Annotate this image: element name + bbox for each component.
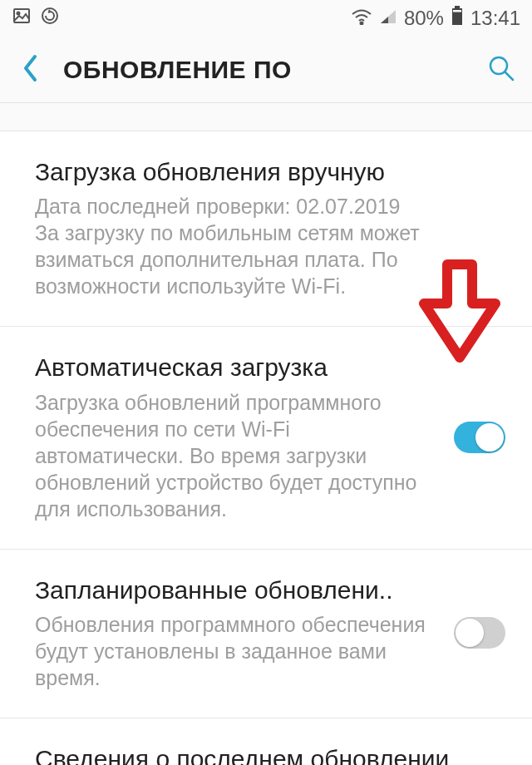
clock: 13:41 xyxy=(470,7,520,30)
toggle-knob xyxy=(475,423,504,452)
scheduled-updates-toggle[interactable] xyxy=(454,617,505,649)
manual-download-desc: Дата последней проверки: 02.07.2019 За з… xyxy=(35,193,505,299)
svg-point-1 xyxy=(17,12,20,15)
signal-icon xyxy=(379,7,397,30)
wifi-icon xyxy=(351,7,372,30)
settings-list: Загрузка обновления вручную Дата последн… xyxy=(0,131,532,765)
last-update-info-item[interactable]: Сведения о последнем обновлении Последне… xyxy=(0,718,532,765)
section-gap xyxy=(0,103,532,131)
manual-download-title: Загрузка обновления вручную xyxy=(35,156,505,188)
sync-icon xyxy=(40,6,60,31)
last-update-title: Сведения о последнем обновлении xyxy=(35,743,505,765)
app-bar: ОБНОВЛЕНИЕ ПО xyxy=(0,37,532,103)
toggle-knob xyxy=(456,619,484,647)
manual-download-item[interactable]: Загрузка обновления вручную Дата последн… xyxy=(0,131,532,327)
auto-download-item[interactable]: Автоматическая загрузка Загрузка обновле… xyxy=(0,327,532,549)
auto-download-toggle[interactable] xyxy=(454,422,505,453)
scheduled-updates-desc: Обновления программного обеспечения буду… xyxy=(35,611,437,691)
picture-icon xyxy=(12,6,32,31)
status-bar: 80% 13:41 xyxy=(0,0,532,37)
battery-pct: 80% xyxy=(404,7,444,30)
svg-rect-4 xyxy=(455,6,460,8)
scheduled-updates-item[interactable]: Запланированные обновлени.. Обновления п… xyxy=(0,550,532,718)
search-button[interactable] xyxy=(487,54,515,86)
page-title: ОБНОВЛЕНИЕ ПО xyxy=(63,56,292,84)
auto-download-desc: Загрузка обновлений программного обеспеч… xyxy=(35,389,437,522)
svg-point-7 xyxy=(490,57,507,74)
scheduled-updates-title: Запланированные обновлени.. xyxy=(35,575,437,606)
back-button[interactable] xyxy=(22,53,40,86)
auto-download-title: Автоматическая загрузка xyxy=(35,352,437,383)
svg-point-3 xyxy=(360,22,362,25)
svg-rect-6 xyxy=(453,10,461,12)
battery-icon xyxy=(451,6,464,31)
